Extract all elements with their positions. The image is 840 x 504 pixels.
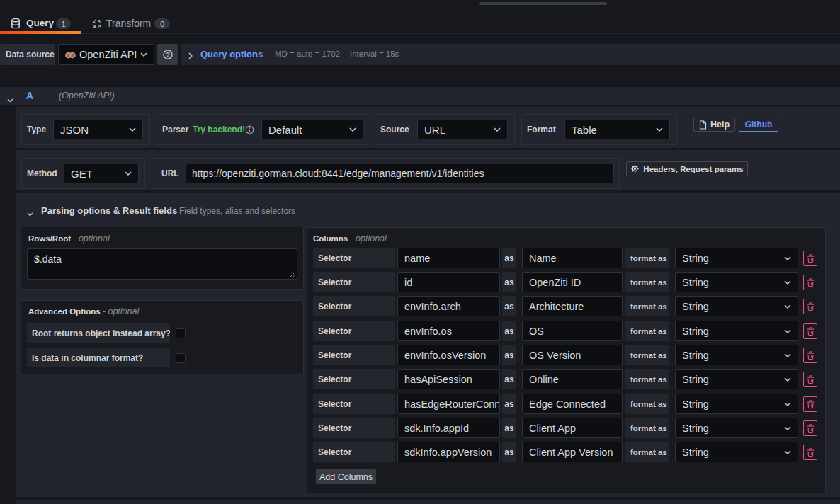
svg-text:?: ? [166, 51, 170, 58]
